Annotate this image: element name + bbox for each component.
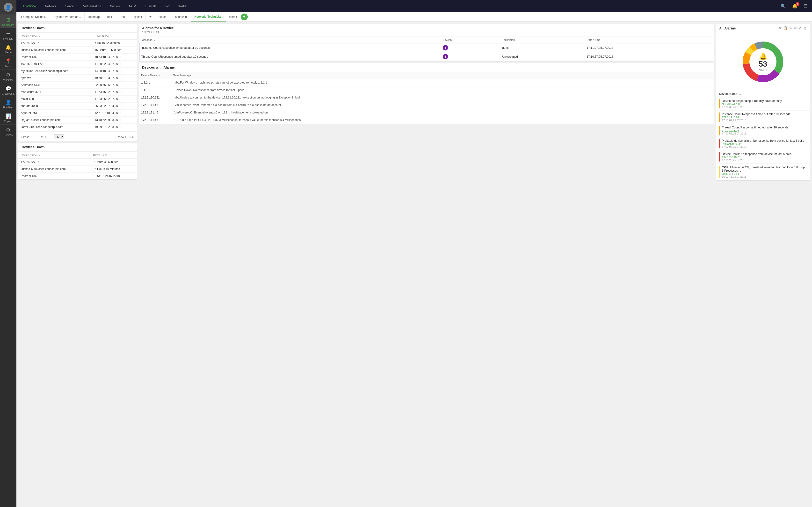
list-item[interactable]: 172.21.11.45 CPU Idle Time for CPU49 is … — [139, 116, 714, 124]
list-item[interactable]: 172.21.11.45 VmRenamedEvent:Renamed ela-… — [139, 101, 714, 109]
devices-with-alarms-card: Devices with Alarms Device Name ▲ Alarm … — [139, 63, 714, 124]
menu-button[interactable]: ☰ — [802, 3, 810, 9]
alarm-entry[interactable]: CPU Utilization is 2%, threshold value f… — [716, 164, 810, 180]
table-row[interactable]: Msp-cent6-32-1 17:54:45,02.07.2018 — [18, 89, 137, 96]
alarm-datetime-cell: 17:11:07,25.07.2018 — [585, 44, 714, 52]
nav-virtualization[interactable]: Virtualization — [79, 0, 105, 12]
tab-test1[interactable]: Test1 — [103, 12, 117, 22]
alarm-entry[interactable]: Probable device failure: No response fro… — [716, 137, 810, 151]
tab-real[interactable]: real — [117, 12, 129, 22]
tab-systemperf[interactable]: System Performan... — [51, 12, 84, 22]
tab-enterprise[interactable]: Enterprise Dashbo... — [18, 12, 51, 22]
nav-ncm[interactable]: NCM — [125, 0, 141, 12]
table-row[interactable]: Arjun-pt1651 12:51:37,10.04.2018 — [18, 110, 137, 117]
alarm-entry[interactable]: Device Down: No response from device for… — [716, 151, 810, 164]
delete-btn[interactable]: 🗑 — [803, 26, 807, 30]
table-row[interactable]: Poorani-1360 18:54:18,24.07.2018 — [18, 54, 137, 61]
alarm-entry[interactable]: Instance Count:Response timed out after … — [716, 111, 810, 124]
down-since-cell: 13:48:52,29.03.2018 — [92, 117, 137, 124]
alarm-count: 53 — [759, 60, 767, 68]
prev-page-btn[interactable]: ‹ — [21, 135, 22, 138]
device-name-cell: 172.24.127.161 — [18, 159, 91, 166]
copy-btn[interactable]: ⧉ — [794, 26, 797, 30]
tab-sundari[interactable]: sundari — [155, 12, 172, 22]
sidebar-item-enduser[interactable]: 👤 End User — [0, 97, 16, 111]
list-item[interactable]: 172.21.10.121 abc:Unable to connect to t… — [139, 94, 714, 101]
table-row[interactable]: 192.168.140.172 17:20:22,24.07.2018 — [18, 61, 137, 68]
tab-network-technician[interactable]: Network_Technician — [191, 12, 226, 22]
tab-heatmap[interactable]: Heatmap — [85, 12, 103, 22]
devices-down-title-top: Devices Down — [18, 24, 137, 33]
page-label: Page — [23, 135, 30, 138]
nav-dpi[interactable]: DPI — [160, 0, 174, 12]
down-since-cell: 7 Hours 32 Minutes — [91, 159, 137, 166]
page-input[interactable] — [31, 135, 39, 139]
search-button[interactable]: 🔍 — [779, 3, 788, 9]
tab-rejoetst[interactable]: rejoetst — [129, 12, 146, 22]
top-navigation: Overview Network Server Virtualization N… — [16, 0, 812, 12]
alarm-entry-msg: Instance Count:Response timed out after … — [722, 113, 807, 116]
refresh-btn[interactable]: ↻ — [778, 26, 781, 30]
sidebar-item-inventory[interactable]: ☰ Inventory — [0, 28, 16, 42]
sidebar-item-reports[interactable]: 📊 Reports — [0, 111, 16, 125]
sort-icon-device: ▲ — [38, 35, 40, 38]
table-row[interactable]: opm-w7 19:50:31,23.07.2018 — [18, 74, 137, 81]
table-row[interactable]: krishna-6206.csez.zohocorpin.com 15 Hour… — [18, 47, 137, 54]
device-name-cell: Raj-3515.csez.zohocorpin.com — [18, 117, 92, 124]
table-row[interactable]: Malar-6008 17:03:25,02.07.2018 — [18, 96, 137, 103]
nav-server[interactable]: Server — [61, 0, 79, 12]
down-since-cell: 7 Hours 32 Minutes — [92, 40, 137, 47]
nav-firewall[interactable]: Firewall — [140, 0, 160, 12]
list-item[interactable]: 1.1.1.1 abc:For Windows machines scripts… — [139, 79, 714, 87]
table-row[interactable]: krishna-6206.csez.zohocorpin.com 15 Hour… — [18, 166, 137, 173]
nav-network[interactable]: Network — [41, 0, 61, 12]
nav-overview[interactable]: Overview — [19, 0, 41, 12]
device-name-cell: rajasekar-0265.csez.zohocorpin.com — [18, 68, 92, 74]
table-row[interactable]: Raj-3515.csez.zohocorpin.com 13:48:52,29… — [18, 117, 137, 124]
devices-down-table-top: Device Name ▲ Down Since 172.24.127.161 … — [18, 33, 137, 130]
edit-btn[interactable]: ✎ — [789, 26, 792, 30]
table-row[interactable]: sharath-4028 05:33:02,27.04.2018 — [18, 103, 137, 110]
horizontal-scrollbar[interactable] — [18, 131, 137, 132]
nav-ipam[interactable]: IPAM — [174, 0, 190, 12]
alarm-entry[interactable]: Thread Count:Response timed out after 10… — [716, 124, 810, 137]
center-panel: Alarms for a Device 172.21.213.24 Messag… — [139, 24, 714, 505]
table-row[interactable]: 172.24.127.161 7 Hours 32 Minutes — [18, 40, 137, 47]
alarm-message-cell: Thread Count:Response timed out after 10… — [139, 52, 440, 61]
tab-star[interactable]: ★ — [146, 12, 155, 22]
groupchat-icon: 💬 — [5, 86, 11, 92]
table-row[interactable]: Poorani-1360 18:54:18,24.07.2018 — [18, 173, 137, 180]
down-since-cell: 17:03:25,02.07.2018 — [92, 96, 137, 103]
tab-add-button[interactable]: + — [241, 13, 248, 20]
table-row[interactable]: Santhosh-5441 22:00:56,05.07.2018 — [18, 81, 137, 89]
sidebar-item-workflow[interactable]: ⚙ Workflow — [0, 69, 16, 83]
pagination-top: ‹ Page of 1 › ··· 25 View 1 - 13 of — [18, 133, 137, 141]
table-row[interactable]: Thread Count:Response timed out after 10… — [139, 52, 714, 61]
workflow-icon: ⚙ — [6, 72, 10, 78]
nav-netflow[interactable]: Netflow — [105, 0, 124, 12]
tab-more[interactable]: More ▾ — [226, 12, 240, 22]
alarm-entry-msg: Thread Count:Response timed out after 10… — [722, 126, 807, 129]
all-alarms-card: All Alarms ↻ 📋 ✎ ⧉ ⤢ 🗑 — [716, 24, 810, 180]
sidebar-item-alarms[interactable]: 🔔 Alarms — [0, 42, 16, 56]
sidebar-item-settings[interactable]: ⚙ Settings — [0, 125, 16, 138]
table-row[interactable]: karthi-2498.csez.zohocorpin.com 19:09:37… — [18, 124, 137, 131]
sidebar-item-maps[interactable]: 📍 Maps — [0, 56, 16, 69]
table-row[interactable]: rajasekar-0265.csez.zohocorpin.com 14:20… — [18, 68, 137, 74]
device-name-cell: opm-w7 — [18, 74, 92, 81]
per-page-select[interactable]: 25 — [54, 134, 64, 139]
sidebar-item-dashboard[interactable]: ⊞ Dashboard — [0, 14, 16, 28]
list-item[interactable]: 172.21.11.45 VmPoweredOnEvent:ela-centos… — [139, 109, 714, 116]
table-row[interactable]: 172.24.127.161 7 Hours 32 Minutes — [18, 159, 137, 166]
table-row[interactable]: Instance Count:Response timed out after … — [139, 44, 714, 52]
next-page-btn[interactable]: › — [48, 135, 49, 138]
expand-btn[interactable]: ⤢ — [799, 26, 801, 30]
notification-button[interactable]: 🔔 1 — [790, 3, 800, 9]
export-btn[interactable]: 📋 — [783, 26, 788, 30]
sort-icon-b: ▲ — [38, 154, 40, 157]
list-item[interactable]: 1.1.1.1 Device Down: No response from de… — [139, 87, 714, 94]
tab-subashini[interactable]: subashini — [172, 12, 191, 22]
device-name-cell: 172.24.127.161 — [18, 40, 92, 47]
sidebar-item-groupchat[interactable]: 💬 Group Chat — [0, 83, 16, 97]
alarm-entry[interactable]: Device not responding: Probably down or … — [716, 97, 810, 111]
